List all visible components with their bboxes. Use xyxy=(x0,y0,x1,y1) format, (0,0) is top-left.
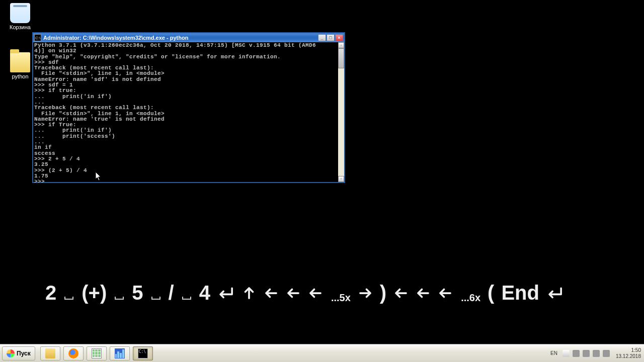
keystroke-token xyxy=(358,286,373,301)
taskbar-item-cmd[interactable]: C:\ xyxy=(133,346,153,360)
console-line: ... print('in if') xyxy=(34,94,338,100)
console-line: >>> if true: xyxy=(34,88,338,94)
keystroke-token xyxy=(393,286,409,301)
keystroke-token xyxy=(264,286,279,301)
keystroke-token: ) xyxy=(380,282,386,304)
keystroke-token xyxy=(150,292,162,295)
keystroke-token xyxy=(438,286,453,301)
keystroke-token: ...5x xyxy=(330,287,351,299)
keystroke-token xyxy=(63,292,74,295)
keystroke-token xyxy=(416,286,431,301)
tray-volume-icon[interactable] xyxy=(593,350,600,357)
console-line: 1.75 xyxy=(34,173,338,179)
console-line: NameError: name 'sdf' is not defined xyxy=(34,77,338,82)
windows-logo-icon xyxy=(7,349,15,357)
tray-network-icon[interactable] xyxy=(583,350,590,357)
scroll-track[interactable] xyxy=(338,48,344,176)
cmd-icon: C:\ xyxy=(34,34,41,41)
recycle-bin-icon xyxy=(10,3,30,23)
tray-time: 1:50 xyxy=(616,347,641,353)
keystroke-token xyxy=(242,286,257,301)
minimize-button[interactable]: _ xyxy=(318,34,326,41)
console-line: ... print('sccess') xyxy=(34,134,338,139)
console-line: >>> 2 + 5 / 4 xyxy=(34,156,338,162)
taskbar-item-firefox[interactable] xyxy=(63,346,84,360)
start-button[interactable]: Пуск xyxy=(2,346,35,360)
console-line: >>> sdf = 1 xyxy=(34,82,338,88)
desktop-python-folder[interactable]: python xyxy=(5,52,35,79)
tray-clock[interactable]: 1:50 13.12.2018 xyxy=(616,347,641,359)
keystroke-token: 4 xyxy=(199,282,210,304)
console-line: ... xyxy=(34,139,338,145)
tray-action-center-icon[interactable] xyxy=(573,350,580,357)
console-line: >>> (2 + 5) / 4 xyxy=(34,168,338,173)
keystroke-token: End xyxy=(501,282,539,304)
scroll-up-button[interactable]: ▲ xyxy=(338,42,344,48)
console-line: 4)] on win32 xyxy=(34,48,338,54)
tray-up-icon[interactable] xyxy=(562,350,570,357)
console-line: Python 3.7.1 (v3.7.1:260ec2c36a, Oct 20 … xyxy=(34,43,338,48)
scroll-down-button[interactable]: ▼ xyxy=(338,176,344,182)
taskbar-item-taskman[interactable] xyxy=(110,346,130,360)
folder-icon xyxy=(10,52,30,72)
keystroke-token xyxy=(286,286,301,301)
keystroke-token: 5 xyxy=(132,282,143,304)
keystroke-token xyxy=(546,286,564,301)
tray-date: 13.12.2018 xyxy=(616,353,641,359)
keystroke-token: ...6x xyxy=(460,287,480,299)
close-button[interactable]: × xyxy=(335,34,343,41)
console-line: Traceback (most recent call last): xyxy=(34,105,338,111)
keystroke-token xyxy=(308,286,323,301)
desktop-recycle-bin[interactable]: Корзина xyxy=(5,3,35,30)
console-line: in if xyxy=(34,145,338,150)
recycle-bin-label: Корзина xyxy=(5,24,35,30)
window-title: Administrator: C:\Windows\system32\cmd.e… xyxy=(43,35,318,41)
system-tray: EN 1:50 13.12.2018 xyxy=(548,347,642,359)
console-line: >>> xyxy=(34,179,338,185)
taskbar: Пуск C:\ EN 1:50 13.12.2018 xyxy=(0,344,644,362)
keystroke-token xyxy=(114,292,125,295)
vertical-scrollbar[interactable]: ▲▼ xyxy=(338,42,344,182)
keystroke-token: ( xyxy=(488,282,494,304)
maximize-button[interactable]: □ xyxy=(327,34,335,41)
keystroke-token: (+) xyxy=(82,282,107,304)
language-indicator[interactable]: EN xyxy=(548,349,559,357)
taskbar-items: C:\ xyxy=(40,346,153,360)
taskbar-item-explorer[interactable] xyxy=(40,346,60,360)
titlebar[interactable]: C:\ Administrator: C:\Windows\system32\c… xyxy=(33,33,344,42)
start-label: Пуск xyxy=(17,350,31,357)
keystroke-token xyxy=(217,286,234,301)
console-output[interactable]: Python 3.7.1 (v3.7.1:260ec2c36a, Oct 20 … xyxy=(33,42,344,182)
cmd-window[interactable]: C:\ Administrator: C:\Windows\system32\c… xyxy=(32,32,345,183)
tray-power-icon[interactable] xyxy=(603,350,610,357)
python-folder-label: python xyxy=(5,73,35,79)
taskbar-item-calc[interactable] xyxy=(87,346,107,360)
keystroke-overlay: 2(+)5/4...5x)...6x(End xyxy=(45,282,599,304)
keystroke-token xyxy=(181,292,192,295)
keystroke-token: 2 xyxy=(45,282,56,304)
console-line: Type "help", "copyright", "credits" or "… xyxy=(34,54,338,60)
console-line: 3.25 xyxy=(34,162,338,167)
console-line: NameError: name 'true' is not defined xyxy=(34,117,338,122)
scroll-thumb[interactable] xyxy=(338,48,344,68)
keystroke-token: / xyxy=(169,282,174,304)
